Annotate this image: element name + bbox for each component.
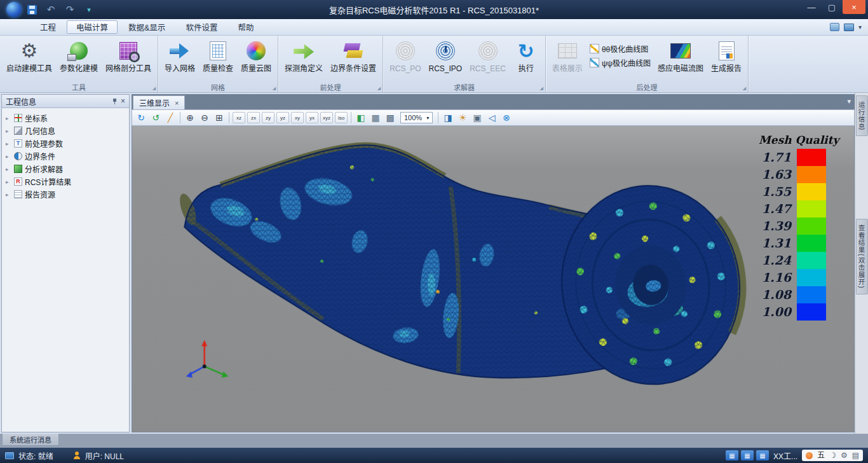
shaded-view-icon[interactable]: ◧: [355, 111, 367, 124]
axis-view-button-iso[interactable]: iso: [335, 112, 348, 123]
legend-value: 1.08: [759, 286, 797, 303]
ime-mode-label[interactable]: 五: [817, 452, 825, 459]
minimize-button[interactable]: —: [802, 0, 821, 14]
group-expand-icon[interactable]: ◢: [377, 86, 381, 91]
quality-cloud-button[interactable]: 质量云图: [238, 38, 275, 75]
skin-selector-icon[interactable]: [844, 24, 854, 31]
quality-check-button[interactable]: 质量检查: [200, 38, 236, 75]
measure-icon[interactable]: ╱: [164, 111, 177, 124]
start-modeling-button[interactable]: 启动建模工具: [3, 38, 55, 75]
tray-app-icon[interactable]: ▦: [756, 450, 769, 460]
refresh-view-icon[interactable]: ↺: [149, 111, 162, 124]
close-view-icon[interactable]: ⊗: [500, 111, 513, 124]
customize-qat-icon[interactable]: [83, 3, 95, 16]
tree-item-boundary-conditions[interactable]: ▸边界条件: [3, 150, 128, 162]
tray-app-icon[interactable]: ▦: [726, 450, 738, 460]
zoom-window-icon[interactable]: ⊞: [213, 111, 226, 124]
light-icon[interactable]: ☀: [456, 111, 469, 124]
ribbon-group: 启动建模工具参数化建模网格剖分工具工具◢: [0, 36, 158, 92]
help-panel-icon[interactable]: [830, 23, 839, 31]
axis-view-button-xyz[interactable]: xyz: [320, 112, 333, 123]
ime-settings-icon[interactable]: [841, 451, 848, 460]
legend-value: 1.39: [759, 218, 797, 235]
import-mesh-button[interactable]: 导入网格: [161, 38, 198, 75]
tree-item-geometry-info[interactable]: ▸几何信息: [3, 125, 128, 137]
group-expand-icon[interactable]: ◢: [743, 86, 746, 91]
maximize-button[interactable]: ▢: [822, 0, 841, 14]
boundary-icon: [341, 39, 366, 63]
app-logo-icon[interactable]: [6, 2, 22, 17]
close-icon[interactable]: ×: [175, 99, 179, 107]
execute-button[interactable]: 执行: [510, 38, 542, 75]
chevron-down-icon[interactable]: ▾: [858, 24, 862, 31]
parametric-modeling-button[interactable]: 参数化建模: [57, 38, 101, 75]
rcs-ipo-button[interactable]: RCS_IPO: [425, 38, 465, 75]
ime-keyboard-icon[interactable]: [852, 451, 859, 460]
tree-item-report-resources[interactable]: ▸报告资源: [3, 188, 128, 200]
axis-view-button-xz[interactable]: xz: [233, 112, 245, 123]
render-style-icon[interactable]: ◨: [442, 111, 454, 124]
close-button[interactable]: ×: [843, 0, 865, 14]
mesh-view-icon[interactable]: ▩: [384, 111, 397, 124]
group-expand-icon[interactable]: ◢: [153, 86, 156, 91]
axis-view-button-yz[interactable]: yz: [276, 112, 289, 123]
redo-button[interactable]: [64, 3, 76, 16]
induced-current-map-button[interactable]: 感应电磁流图: [654, 38, 707, 75]
probe-angle-button[interactable]: 探测角定义: [281, 38, 326, 75]
viewport-3d[interactable]: Mesh Quality 1.711.631.551.471.391.311.2…: [132, 126, 855, 432]
mesh-partition-button[interactable]: 网格剖分工具: [102, 38, 154, 75]
tab-list-dropdown-icon[interactable]: ▾: [847, 97, 851, 106]
axis-view-button-zy[interactable]: zy: [262, 112, 275, 123]
generate-report-button[interactable]: 生成报告: [708, 38, 745, 75]
moon-icon[interactable]: [829, 451, 836, 460]
zoom-select[interactable]: 100%▾: [400, 112, 433, 123]
tree-item-coordinate-system[interactable]: ▸坐标系: [3, 112, 128, 124]
boundary-condition-button[interactable]: 边界条件设置: [327, 38, 379, 75]
tree-item-rcs-results[interactable]: ▸RCS计算结果: [3, 176, 128, 188]
menu-tab-software-settings[interactable]: 软件设置: [176, 20, 227, 34]
expand-arrow-icon[interactable]: ▸: [6, 179, 11, 185]
tab-3d-display[interactable]: 三维显示 ×: [133, 95, 185, 109]
undo-button[interactable]: [44, 3, 57, 16]
legend-color-swatch: [797, 149, 826, 166]
view-results-tab[interactable]: 查看结果(双击展开): [856, 219, 868, 294]
axis-view-button-yx[interactable]: yx: [306, 112, 318, 123]
zoom-out-icon[interactable]: ⊖: [198, 111, 211, 124]
group-expand-icon[interactable]: ◢: [539, 86, 543, 91]
theta-polar-curve-button[interactable]: θθ极化曲线图: [590, 43, 651, 54]
ime-toolbar[interactable]: 五: [802, 450, 863, 461]
expand-arrow-icon[interactable]: ▸: [6, 128, 11, 134]
system-run-message-tab[interactable]: 系统运行消息: [2, 434, 59, 446]
close-icon[interactable]: ×: [121, 97, 125, 105]
mesh-model-3d[interactable]: [132, 126, 854, 432]
run-info-tab[interactable]: 运行信息: [856, 95, 868, 136]
user-label: 用户: NULL: [85, 450, 124, 461]
axis-view-button-zx[interactable]: zx: [247, 112, 260, 123]
expand-arrow-icon[interactable]: ▸: [6, 191, 11, 198]
expand-arrow-icon[interactable]: ▸: [6, 166, 11, 172]
save-button[interactable]: [25, 3, 38, 16]
menubar-right-icons: ▾: [830, 23, 868, 31]
menu-tab-help[interactable]: 帮助: [228, 20, 263, 34]
tree-item-analysis-solver[interactable]: ▸分析求解器: [3, 163, 128, 175]
psi-polar-curve-button[interactable]: ψψ极化曲线图: [590, 57, 651, 68]
share-icon[interactable]: ◁: [485, 111, 498, 124]
menu-tab-data-display[interactable]: 数据&显示: [119, 20, 175, 34]
grid-view-icon[interactable]: ▦: [369, 111, 382, 124]
menu-tab-em-compute[interactable]: 电磁计算: [67, 20, 118, 34]
expand-arrow-icon[interactable]: ▸: [6, 115, 11, 121]
menu-tab-project[interactable]: 工程: [31, 20, 65, 34]
pin-icon[interactable]: [112, 98, 118, 105]
legend-value: 1.16: [759, 269, 797, 286]
zoom-in-icon[interactable]: ⊕: [184, 111, 196, 124]
axis-view-button-xy[interactable]: xy: [291, 112, 304, 123]
tree-item-preprocess-params[interactable]: ▸前处理参数: [3, 137, 128, 149]
expand-arrow-icon[interactable]: ▸: [6, 153, 11, 160]
rotate-view-icon[interactable]: ↻: [135, 111, 147, 124]
layers-icon[interactable]: ▣: [471, 111, 484, 124]
group-expand-icon[interactable]: ◢: [273, 86, 276, 91]
ime-paw-icon[interactable]: [806, 452, 813, 459]
legend-title: Mesh Quality: [759, 134, 826, 146]
tray-app-icon[interactable]: ▦: [741, 450, 754, 460]
expand-arrow-icon[interactable]: ▸: [6, 141, 11, 147]
